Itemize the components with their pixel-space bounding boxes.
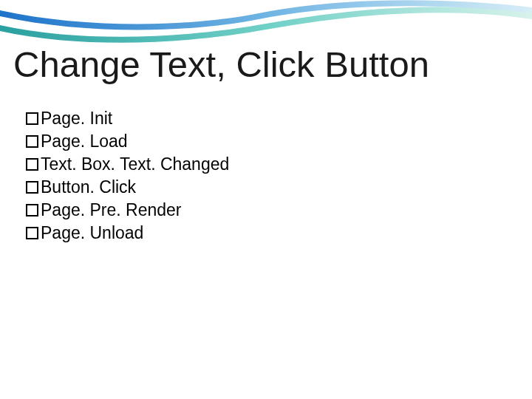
list-item: Button. Click [26, 176, 506, 199]
list-item: Page. Load [26, 130, 506, 153]
square-bullet-icon [26, 158, 38, 171]
square-bullet-icon [26, 135, 38, 148]
header-wave [0, 0, 532, 44]
bullet-text: Page. Unload [41, 222, 506, 245]
bullet-text: Page. Load [41, 130, 506, 153]
slide-title: Change Text, Click Button [13, 46, 429, 83]
bullet-text: Text. Box. Text. Changed [41, 153, 506, 176]
list-item: Page. Unload [26, 222, 506, 245]
square-bullet-icon [26, 204, 38, 216]
bullet-list: Page. Init Page. Load Text. Box. Text. C… [26, 107, 506, 245]
list-item: Text. Box. Text. Changed [26, 153, 506, 176]
square-bullet-icon [26, 181, 38, 194]
bullet-text: Page. Init [41, 107, 506, 130]
square-bullet-icon [26, 112, 38, 125]
bullet-text: Page. Pre. Render [41, 199, 506, 222]
square-bullet-icon [26, 227, 38, 239]
bullet-text: Button. Click [41, 176, 506, 199]
list-item: Page. Pre. Render [26, 199, 506, 222]
list-item: Page. Init [26, 107, 506, 130]
